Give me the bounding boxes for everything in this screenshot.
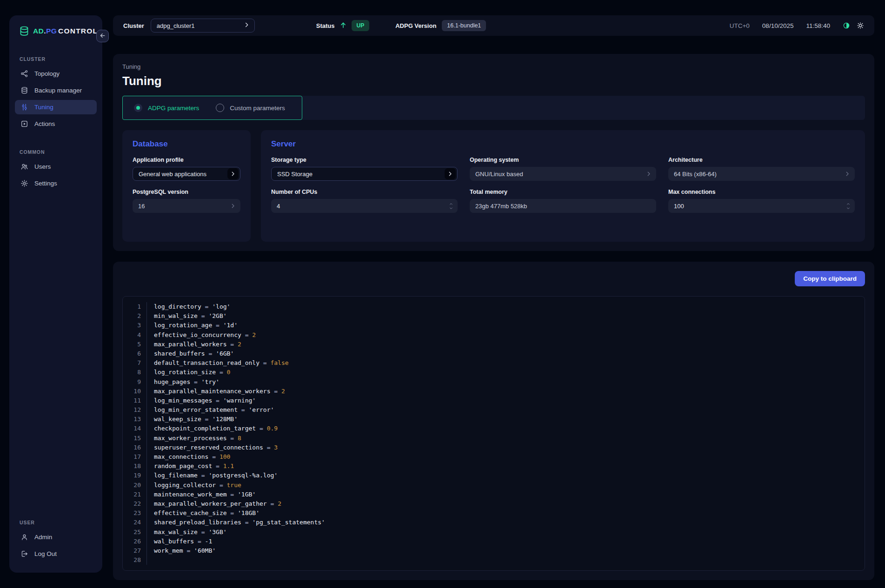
param-value: 'postgresql-%a.log' [208, 472, 278, 479]
chevron-right-icon [230, 203, 236, 209]
field-control-max-connections[interactable]: 100 [668, 199, 855, 213]
main-content: Cluster adpg_cluster1 Status UP ADPG Ver… [113, 15, 874, 573]
field-max-connections: Max connections100 [668, 181, 855, 213]
chevron-down-icon[interactable] [845, 206, 851, 210]
param-value: '3GB' [208, 529, 226, 535]
field-label: Number of CPUs [271, 189, 458, 195]
server-card-title: Server [271, 139, 855, 149]
field-value: 100 [674, 203, 845, 210]
param-name: checkpoint_completion_target [154, 425, 256, 432]
param-name: log_min_messages [154, 397, 212, 404]
code-line: max_wal_size = '3GB' [154, 528, 325, 537]
param-value: 2 [278, 500, 281, 507]
status-group: Status UP [316, 20, 369, 31]
equals-separator: = [241, 519, 252, 526]
param-name: default_transaction_read_only [154, 359, 260, 366]
config-code-lines: log_directory = 'log'min_wal_size = '2GB… [147, 302, 325, 565]
number-stepper[interactable] [448, 202, 454, 210]
breadcrumb: Tuning [122, 63, 865, 70]
sidebar-item-users[interactable]: Users [15, 159, 97, 174]
radio-option-custom-parameters[interactable]: Custom parameters [216, 104, 285, 112]
sidebar-item-log-out[interactable]: Log Out [15, 547, 97, 561]
radio-unselected-icon [216, 104, 224, 112]
sidebar-item-topology[interactable]: Topology [15, 66, 97, 81]
param-value: '1GB' [238, 491, 256, 498]
param-name: max_parallel_workers_per_gather [154, 500, 267, 507]
nav-section-label: CLUSTER [20, 56, 92, 62]
equals-separator: = [241, 331, 252, 338]
line-number: 6 [123, 349, 141, 358]
sidebar-item-tuning[interactable]: Tuning [15, 100, 97, 114]
sidebar-collapse-button[interactable] [96, 30, 109, 42]
param-name: random_page_cost [154, 462, 212, 469]
equals-separator: = [201, 416, 212, 423]
param-value: 100 [220, 453, 230, 460]
line-number: 8 [123, 368, 141, 377]
line-number: 18 [123, 462, 141, 471]
field-control-number-of-cpus[interactable]: 4 [271, 199, 458, 213]
status-label: Status [316, 22, 335, 29]
actions-icon [20, 120, 28, 128]
param-name: max_connections [154, 453, 208, 460]
copy-to-clipboard-button[interactable]: Copy to clipboard [795, 271, 865, 286]
chevron-right-icon [646, 171, 652, 177]
theme-contrast-icon[interactable] [843, 22, 850, 29]
param-name: superuser_reserved_connections [154, 444, 263, 451]
code-line: max_parallel_maintenance_workers = 2 [154, 387, 325, 396]
equals-separator: = [212, 397, 223, 404]
sidebar-item-backup-manager[interactable]: Backup manager [15, 83, 97, 98]
sidebar-item-label: Tuning [34, 104, 53, 111]
sidebar-item-admin[interactable]: Admin [15, 530, 97, 544]
settings-icon [20, 179, 28, 187]
app-root: AD.PGCONTROL CLUSTERTopologyBackup manag… [0, 0, 885, 588]
code-line: max_parallel_workers_per_gather = 2 [154, 499, 325, 509]
page-title: Tuning [122, 74, 865, 88]
chevron-down-icon[interactable] [448, 206, 454, 210]
equals-separator: = [227, 509, 238, 516]
arrow-left-icon [99, 32, 106, 40]
line-number: 22 [123, 499, 141, 509]
cluster-select[interactable]: adpg_cluster1 [151, 19, 255, 33]
param-name: maintenance_work_mem [154, 491, 227, 498]
database-card: Database Application profileGeneral web … [122, 130, 251, 242]
param-name: max_worker_processes [154, 435, 227, 442]
sidebar-item-label: Log Out [34, 550, 57, 557]
field-operating-system: Operating systemGNU/Linux based [470, 149, 656, 181]
sidebar-item-settings[interactable]: Settings [15, 176, 97, 191]
sidebar-item-actions[interactable]: Actions [15, 117, 97, 131]
code-line: work_mem = '60MB' [154, 546, 325, 555]
chevron-up-icon[interactable] [448, 202, 454, 206]
number-stepper[interactable] [845, 202, 851, 210]
field-architecture: Architecture64 Bits (x86-64) [668, 149, 855, 181]
chevron-up-icon[interactable] [845, 202, 851, 206]
equals-separator: = [212, 462, 223, 469]
sidebar-item-label: Admin [34, 534, 52, 541]
chevron-right-icon [845, 171, 850, 177]
field-postgresql-version: PostgreSQL version16 [133, 189, 240, 213]
light-mode-sun-icon[interactable] [857, 22, 864, 29]
generated-config-card: Copy to clipboard 1234567891011121314151… [113, 262, 874, 580]
param-name: min_wal_size [154, 312, 198, 319]
param-name: shared_buffers [154, 350, 205, 357]
field-control-storage-type[interactable]: SSD Storage [271, 167, 458, 181]
radio-selected-icon [134, 104, 142, 112]
arrow-up-icon [339, 21, 347, 30]
chevron-right-icon [227, 168, 239, 179]
field-control-postgresql-version[interactable]: 16 [133, 199, 240, 213]
code-line: superuser_reserved_connections = 3 [154, 443, 325, 452]
line-number: 5 [123, 340, 141, 349]
radio-option-adpg-parameters[interactable]: ADPG parameters [134, 104, 199, 112]
field-label: Application profile [133, 157, 240, 163]
parameters-mode-radiogroup: ADPG parametersCustom parameters [122, 96, 302, 120]
nav-section-user: USERAdminLog Out [15, 520, 97, 563]
field-control-operating-system[interactable]: GNU/Linux based [470, 167, 656, 181]
equals-separator: = [263, 444, 274, 451]
field-control-architecture[interactable]: 64 Bits (x86-64) [668, 167, 855, 181]
line-number: 10 [123, 387, 141, 396]
equals-separator: = [198, 472, 208, 479]
line-number: 12 [123, 405, 141, 415]
tuning-icon [20, 103, 28, 111]
equals-separator: = [227, 491, 238, 498]
nav-section-cluster: CLUSTERTopologyBackup managerTuningActio… [15, 56, 97, 133]
field-control-application-profile[interactable]: General web applications [133, 167, 240, 181]
